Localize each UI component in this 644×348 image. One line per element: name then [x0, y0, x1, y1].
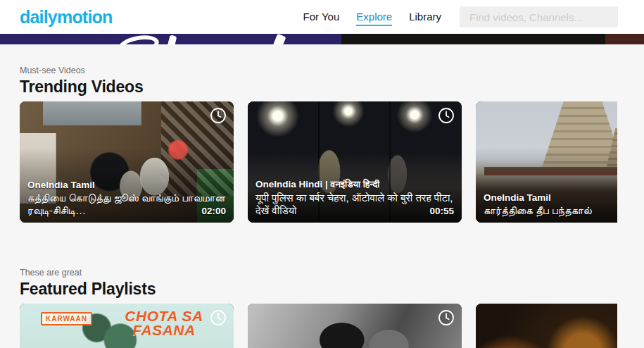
poster-title-art: CHOTA SA FASANA	[104, 309, 224, 337]
nav-tab-library[interactable]: Library	[409, 8, 441, 26]
video-title: கத்தியை கொடுத்து ஜூஸ் வாங்கும் பாவமான ரவ…	[27, 192, 226, 218]
watch-later-icon[interactable]	[438, 107, 455, 124]
featured-playlists-row: KARWAAN CHOTA SA FASANA	[20, 304, 617, 348]
watch-later-icon[interactable]	[210, 309, 227, 326]
video-title: यूपी पुलिस का बर्बर चेहरा, ऑटोवाले को बु…	[255, 192, 454, 218]
channel-name: OneIndia Tamil	[27, 180, 226, 190]
playlist-thumbnail	[248, 304, 462, 348]
section-eyebrow: These are great	[20, 268, 644, 278]
hero-banner-middle	[341, 34, 605, 44]
banner-script-glyph	[269, 34, 286, 44]
main-nav: For You Explore Library	[303, 8, 441, 26]
trending-videos-section: Must-see Videos Trending Videos OneIndia…	[0, 66, 644, 223]
search-input[interactable]	[460, 6, 618, 27]
karwaan-logo-art: KARWAAN	[41, 312, 92, 325]
hero-banner-right	[605, 34, 644, 44]
playlist-thumbnail	[476, 304, 617, 348]
playlist-card[interactable]	[248, 304, 462, 348]
banner-script-glyph	[165, 35, 177, 44]
video-card[interactable]: OneIndia Tamil கார்த்திகை தீப பந்தகால்	[476, 101, 617, 223]
section-eyebrow: Must-see Videos	[20, 66, 644, 76]
explore-page: Must-see Videos Trending Videos OneIndia…	[0, 44, 644, 348]
section-title: Featured Playlists	[20, 280, 644, 298]
video-meta: OneIndia Tamil கத்தியை கொடுத்து ஜூஸ் வாங…	[27, 180, 226, 218]
trending-videos-row: OneIndia Tamil கத்தியை கொடுத்து ஜூஸ் வாங…	[20, 101, 617, 223]
video-meta: OneIndia Tamil கார்த்திகை தீப பந்தகால்	[484, 192, 617, 218]
video-duration: 00:55	[429, 206, 454, 216]
hero-banner-clipped[interactable]	[0, 34, 644, 44]
banner-script-glyph	[117, 34, 160, 44]
playlist-card[interactable]	[476, 304, 617, 348]
video-meta: OneIndia Hindi | वनइंडिया हिन्दी यूपी पु…	[255, 179, 454, 218]
hero-banner-left	[0, 34, 341, 44]
section-title: Trending Videos	[20, 78, 644, 96]
watch-later-icon[interactable]	[210, 107, 227, 124]
featured-playlists-section: These are great Featured Playlists KARWA…	[0, 268, 644, 348]
playlist-card[interactable]: KARWAAN CHOTA SA FASANA	[20, 304, 234, 348]
watch-later-icon[interactable]	[438, 309, 455, 326]
video-card[interactable]: OneIndia Hindi | वनइंडिया हिन्दी यूपी पु…	[248, 101, 462, 223]
channel-name: OneIndia Tamil	[484, 192, 617, 203]
playlist-thumbnail: KARWAAN CHOTA SA FASANA	[20, 304, 234, 348]
video-card[interactable]: OneIndia Tamil கத்தியை கொடுத்து ஜூஸ் வாங…	[20, 101, 234, 223]
video-title: கார்த்திகை தீப பந்தகால்	[484, 204, 617, 218]
video-duration: 02:00	[201, 206, 226, 216]
channel-name: OneIndia Hindi | वनइंडिया हिन्दी	[255, 179, 454, 190]
dailymotion-logo[interactable]: dailymotion	[20, 8, 112, 26]
top-nav-bar: dailymotion For You Explore Library	[0, 0, 644, 34]
nav-tab-explore[interactable]: Explore	[356, 8, 392, 26]
nav-tab-for-you[interactable]: For You	[303, 8, 340, 26]
